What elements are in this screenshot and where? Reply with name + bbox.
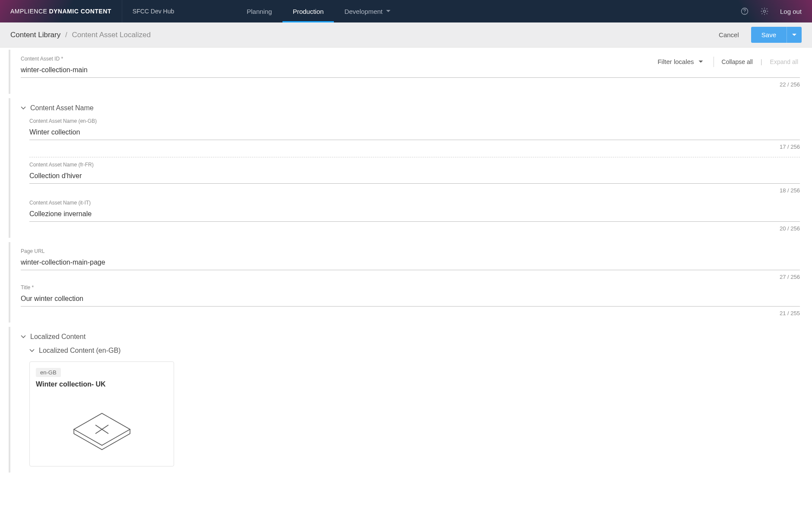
nav-label: Production (293, 8, 324, 15)
breadcrumb-sep: / (65, 31, 67, 39)
title-input[interactable] (21, 292, 800, 307)
hub-name[interactable]: SFCC Dev Hub (122, 0, 184, 22)
section-toggle-localized-content-en[interactable]: Localized Content (en-GB) (29, 347, 800, 355)
logout-link[interactable]: Log out (780, 8, 802, 15)
name-fr-input[interactable] (29, 169, 800, 184)
help-icon[interactable] (740, 7, 749, 16)
nav-tab-development[interactable]: Development (334, 0, 400, 22)
field-label-name-it: Content Asset Name (it-IT) (29, 200, 800, 206)
char-counter: 22 / 256 (21, 81, 800, 88)
name-en-input[interactable] (29, 126, 800, 140)
divider (29, 157, 800, 157)
save-dropdown-button[interactable] (787, 27, 802, 43)
chevron-down-icon (29, 349, 35, 352)
chevron-down-icon (21, 106, 26, 110)
save-button[interactable]: Save (751, 27, 787, 43)
chevron-down-icon (386, 10, 390, 13)
section-title: Localized Content (en-GB) (39, 347, 121, 355)
form-scroll-area[interactable]: Filter locales Collapse all | Expand all… (0, 48, 812, 508)
chevron-down-icon (21, 335, 26, 339)
nav-tab-planning[interactable]: Planning (236, 0, 282, 22)
section-toggle-localized-content[interactable]: Localized Content (21, 333, 800, 341)
brand-light: AMPLIENCE (10, 8, 47, 15)
nav-label: Planning (247, 8, 272, 15)
brand-bold: DYNAMIC CONTENT (49, 8, 111, 15)
field-label-name-fr: Content Asset Name (fr-FR) (29, 162, 800, 168)
svg-point-1 (744, 13, 745, 13)
nav-tab-production[interactable]: Production (282, 0, 334, 22)
char-counter: 20 / 256 (29, 225, 800, 232)
asset-id-input[interactable] (21, 64, 800, 78)
card-title: Winter collection- UK (36, 380, 168, 388)
nav-label: Development (344, 8, 382, 15)
breadcrumb-root[interactable]: Content Library (10, 31, 60, 39)
page-url-input[interactable] (21, 256, 800, 270)
svg-point-2 (763, 10, 765, 12)
section-toggle-asset-name[interactable]: Content Asset Name (21, 104, 800, 112)
chevron-down-icon (698, 61, 703, 63)
chevron-down-icon (792, 34, 796, 36)
char-counter: 27 / 256 (21, 274, 800, 280)
breadcrumb-leaf: Content Asset Localized (72, 31, 150, 39)
cancel-button[interactable]: Cancel (719, 31, 739, 38)
section-title: Localized Content (30, 333, 86, 341)
name-it-input[interactable] (29, 208, 800, 222)
gear-icon[interactable] (760, 7, 769, 16)
field-label-title: Title * (21, 284, 800, 291)
content-card-en[interactable]: en-GB Winter collection- UK (29, 361, 174, 466)
brand-logo: AMPLIENCE DYNAMIC CONTENT (0, 0, 122, 22)
field-label-page-url: Page URL (21, 248, 800, 254)
section-title: Content Asset Name (30, 104, 94, 112)
field-label-name-en: Content Asset Name (en-GB) (29, 118, 800, 124)
char-counter: 17 / 256 (29, 144, 800, 150)
locale-badge: en-GB (36, 368, 61, 377)
breadcrumb: Content Library / Content Asset Localize… (10, 31, 151, 39)
char-counter: 18 / 256 (29, 187, 800, 194)
placeholder-icon (36, 410, 168, 453)
char-counter: 21 / 255 (21, 310, 800, 316)
